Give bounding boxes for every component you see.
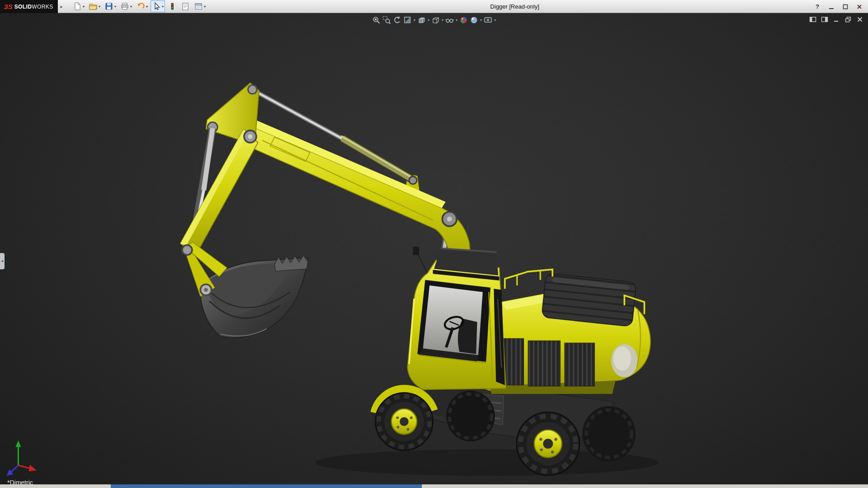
file-properties-icon bbox=[181, 2, 190, 11]
new-button[interactable]: ▾ bbox=[71, 0, 86, 12]
feature-panel-expand-tab[interactable]: ◂ bbox=[0, 253, 5, 269]
zoom-to-fit-icon bbox=[372, 16, 381, 24]
save-button[interactable]: ▾ bbox=[103, 0, 118, 12]
maximize-icon bbox=[842, 4, 849, 10]
document-restore-button[interactable] bbox=[844, 16, 852, 23]
dropdown-arrow[interactable]: ▾ bbox=[162, 5, 164, 9]
rear-wheel[interactable] bbox=[516, 412, 580, 475]
document-minimize-icon bbox=[833, 16, 840, 23]
dropdown-arrow[interactable]: ▾ bbox=[146, 5, 148, 9]
bucket[interactable] bbox=[182, 242, 308, 338]
digger-model[interactable] bbox=[7, 83, 659, 476]
close-button[interactable] bbox=[855, 3, 863, 11]
side-grille bbox=[528, 341, 560, 386]
section-view-icon bbox=[403, 16, 412, 24]
3ds-logo-icon: ЗS bbox=[4, 3, 13, 10]
options-button[interactable]: ▾ bbox=[193, 0, 207, 12]
side-grille bbox=[565, 343, 594, 386]
select-cursor-icon bbox=[152, 2, 161, 11]
dropdown-arrow[interactable]: ▾ bbox=[114, 5, 116, 9]
document-minimize-button[interactable] bbox=[833, 16, 840, 23]
solidworks-window: ЗS SOLIDWORKS ▸ ▾ ▾ bbox=[0, 0, 868, 488]
graphics-viewport[interactable]: ▾ ▾ ▾ ▾ bbox=[0, 13, 868, 488]
apply-scene-button[interactable] bbox=[469, 15, 479, 25]
window-title: Digger [Read-only] bbox=[490, 0, 539, 13]
dropdown-arrow[interactable]: ▾ bbox=[83, 5, 85, 9]
bucket-teeth bbox=[274, 256, 307, 271]
mirror bbox=[413, 247, 419, 255]
document-close-icon bbox=[856, 16, 863, 23]
rebuild-icon bbox=[168, 2, 177, 11]
select-button[interactable]: ▾ bbox=[151, 0, 165, 12]
pane-left-button[interactable] bbox=[809, 16, 816, 23]
glasses-icon bbox=[445, 16, 454, 24]
zoom-to-area-icon bbox=[382, 16, 391, 24]
orientation-triad bbox=[7, 441, 37, 476]
help-button[interactable]: ? bbox=[813, 3, 821, 11]
solidworks-logo: ЗS SOLIDWORKS bbox=[0, 0, 58, 13]
taskbar-active-app[interactable] bbox=[111, 484, 422, 488]
print-button[interactable]: ▾ bbox=[119, 0, 133, 12]
document-window-controls bbox=[809, 16, 863, 23]
view-orientation-icon bbox=[431, 16, 440, 24]
dropdown-arrow[interactable]: ▾ bbox=[99, 5, 100, 9]
pane-right-button[interactable] bbox=[821, 16, 828, 23]
view-settings-icon bbox=[484, 16, 492, 24]
edit-appearance-button[interactable] bbox=[459, 15, 468, 25]
minimize-icon bbox=[828, 4, 835, 10]
new-document-icon bbox=[73, 2, 82, 11]
heads-up-toolbar: ▾ ▾ ▾ ▾ bbox=[372, 15, 496, 25]
previous-view-button[interactable] bbox=[392, 15, 402, 25]
close-icon bbox=[856, 4, 863, 10]
hide-show-items-button[interactable] bbox=[445, 15, 454, 25]
front-wheel[interactable] bbox=[375, 393, 433, 450]
document-close-button[interactable] bbox=[856, 16, 863, 23]
display-style-icon bbox=[417, 16, 426, 24]
title-bar: ЗS SOLIDWORKS ▸ ▾ ▾ bbox=[0, 0, 868, 13]
brand-name: SOLID bbox=[14, 4, 32, 10]
pane-right-icon bbox=[821, 16, 828, 23]
open-button[interactable]: ▾ bbox=[87, 0, 102, 12]
bottom-taskbar-strip bbox=[0, 484, 868, 488]
pane-left-icon bbox=[809, 16, 816, 23]
view-settings-button[interactable] bbox=[483, 15, 493, 25]
rebuild-button[interactable] bbox=[166, 0, 178, 12]
dropdown-arrow[interactable]: ▾ bbox=[442, 18, 443, 22]
dropdown-arrow[interactable]: ▾ bbox=[480, 18, 482, 22]
previous-view-icon bbox=[393, 16, 401, 24]
dropdown-arrow[interactable]: ▾ bbox=[428, 18, 429, 22]
appearance-ball-icon bbox=[459, 16, 468, 24]
display-style-button[interactable] bbox=[417, 15, 426, 25]
main-toolbar: ▾ ▾ ▾ ▾ bbox=[71, 0, 207, 12]
scene-sphere-icon bbox=[470, 16, 478, 24]
dropdown-arrow[interactable]: ▾ bbox=[204, 5, 206, 9]
zoom-to-area-button[interactable] bbox=[382, 15, 392, 25]
file-properties-button[interactable] bbox=[179, 0, 191, 12]
boom-arm[interactable] bbox=[180, 83, 472, 272]
section-view-button[interactable] bbox=[403, 15, 412, 25]
save-floppy-icon bbox=[104, 2, 113, 11]
document-restore-icon bbox=[844, 16, 852, 23]
zoom-to-fit-button[interactable] bbox=[372, 15, 381, 25]
options-icon bbox=[194, 2, 203, 11]
open-folder-icon bbox=[89, 2, 98, 11]
print-icon bbox=[120, 2, 129, 11]
window-controls: ? bbox=[813, 0, 863, 13]
undo-arrow-icon bbox=[136, 2, 145, 11]
maximize-button[interactable] bbox=[841, 3, 849, 11]
seat bbox=[458, 319, 477, 354]
menu-flyout-arrow[interactable]: ▸ bbox=[58, 4, 65, 9]
dropdown-arrow[interactable]: ▾ bbox=[456, 18, 458, 22]
model-canvas[interactable] bbox=[0, 13, 868, 488]
undo-button[interactable]: ▾ bbox=[135, 0, 149, 12]
engine-hood[interactable] bbox=[542, 273, 637, 326]
view-orientation-label: *Dimetric bbox=[7, 479, 33, 486]
view-orientation-button[interactable] bbox=[431, 15, 440, 25]
minimize-button[interactable] bbox=[827, 3, 835, 11]
dropdown-arrow[interactable]: ▾ bbox=[494, 18, 496, 22]
dropdown-arrow[interactable]: ▾ bbox=[414, 18, 415, 22]
dropdown-arrow[interactable]: ▾ bbox=[130, 5, 132, 9]
cab[interactable] bbox=[407, 247, 506, 389]
